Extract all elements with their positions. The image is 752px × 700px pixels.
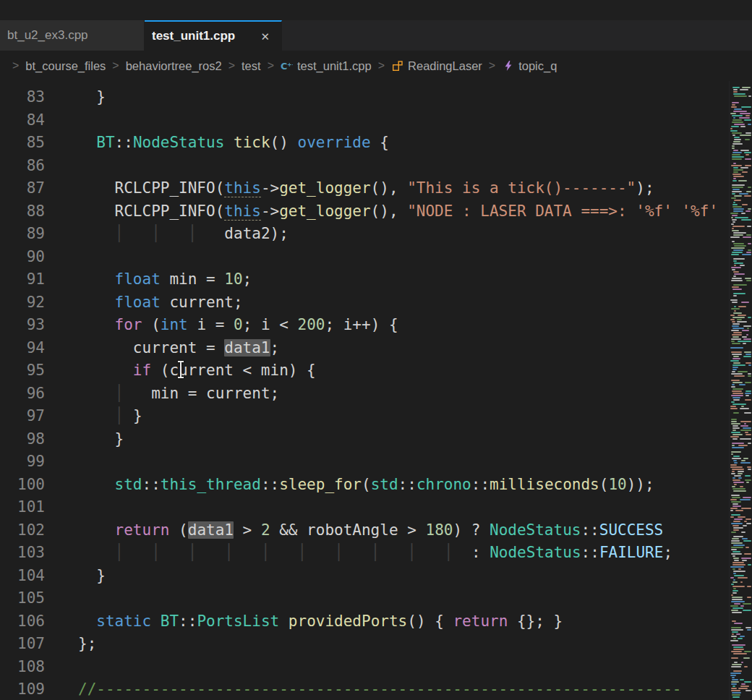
- line-number[interactable]: 103: [0, 542, 45, 565]
- breadcrumb-item-topic_q[interactable]: topic_q: [502, 59, 557, 73]
- minimap-line: [732, 586, 745, 587]
- line-number[interactable]: 96: [0, 383, 45, 406]
- code-line-97[interactable]: 97 │ }: [0, 405, 752, 428]
- line-number[interactable]: 93: [0, 314, 45, 337]
- editor[interactable]: 83 }8485 BT::NodeStatus tick() override …: [0, 81, 752, 700]
- line-number[interactable]: 90: [0, 246, 45, 269]
- minimap-line: [730, 566, 744, 568]
- code-line-83[interactable]: 83 }: [0, 86, 752, 109]
- token: ::: [179, 612, 197, 630]
- minimap-line: [734, 462, 738, 464]
- line-number[interactable]: 91: [0, 268, 45, 291]
- code-line-84[interactable]: 84: [0, 109, 752, 132]
- line-number[interactable]: 104: [0, 565, 45, 588]
- token: │: [188, 544, 197, 561]
- line-number[interactable]: 83: [0, 86, 45, 109]
- line-number[interactable]: 87: [0, 177, 45, 200]
- line-number[interactable]: 106: [0, 610, 45, 633]
- line-number[interactable]: 97: [0, 405, 45, 428]
- line-number[interactable]: 86: [0, 155, 45, 178]
- code-line-89[interactable]: 89 │ │ │ data2);: [0, 223, 752, 246]
- code-line-94[interactable]: 94 current = data1;: [0, 337, 752, 360]
- close-icon[interactable]: ✕: [260, 31, 270, 42]
- minimap-line: [732, 397, 740, 398]
- minimap-line: [732, 354, 741, 355]
- code-line-108[interactable]: 108: [0, 656, 752, 679]
- line-number[interactable]: 88: [0, 200, 45, 223]
- breadcrumb-item-ReadingLaser[interactable]: ReadingLaser: [391, 59, 482, 73]
- code-line-91[interactable]: 91 float min = 10;: [0, 268, 752, 291]
- breadcrumb-item-test_unit1-cpp[interactable]: C++test_unit1.cpp: [281, 59, 372, 73]
- code-line-104[interactable]: 104 }: [0, 565, 752, 588]
- minimap-line: [732, 193, 735, 195]
- line-number[interactable]: 89: [0, 223, 45, 246]
- minimap-line: [732, 252, 743, 253]
- code-line-87[interactable]: 87 RCLCPP_INFO(this->get_logger(), "This…: [0, 177, 752, 200]
- line-number[interactable]: 92: [0, 291, 45, 315]
- event-symbol-icon: [502, 60, 514, 72]
- tab-bt_u2_ex3-cpp[interactable]: bt_u2_ex3.cpp: [0, 20, 145, 51]
- token: {: [371, 134, 389, 151]
- minimap[interactable]: [729, 81, 752, 700]
- tab-test_unit1-cpp[interactable]: test_unit1.cpp✕: [145, 20, 282, 51]
- line-number[interactable]: 105: [0, 587, 45, 610]
- code-line-95[interactable]: 95 if (current < min) {: [0, 359, 752, 383]
- code-line-92[interactable]: 92 float current;: [0, 291, 752, 315]
- code-line-107[interactable]: 107};: [0, 633, 752, 656]
- line-number[interactable]: 85: [0, 132, 45, 155]
- code-line-85[interactable]: 85 BT::NodeStatus tick() override {: [0, 132, 752, 155]
- code-line-99[interactable]: 99: [0, 451, 752, 474]
- line-number[interactable]: 95: [0, 359, 45, 383]
- code-line-90[interactable]: 90: [0, 246, 752, 269]
- minimap-line: [731, 601, 745, 602]
- line-number[interactable]: 101: [0, 496, 45, 519]
- minimap-line: [731, 380, 739, 381]
- token: [78, 316, 115, 333]
- line-number[interactable]: 99: [0, 451, 45, 474]
- code-line-86[interactable]: 86: [0, 155, 752, 178]
- minimap-line: [746, 334, 749, 336]
- minimap-line: [743, 458, 748, 459]
- line-number[interactable]: 98: [0, 428, 45, 451]
- token: sleep_for: [279, 476, 362, 493]
- minimap-line: [748, 249, 751, 251]
- code-line-98[interactable]: 98 }: [0, 428, 752, 451]
- code-line-88[interactable]: 88 RCLCPP_INFO(this->get_logger(), "NODE…: [0, 200, 752, 223]
- token: (): [270, 134, 298, 151]
- line-number[interactable]: 102: [0, 519, 45, 542]
- minimap-line: [732, 367, 738, 368]
- code-line-103[interactable]: 103 │ │ │ │ │ │ │ │ │ │ : NodeStatus::FA…: [0, 542, 752, 565]
- token: (),: [371, 179, 408, 197]
- minimap-line: [731, 126, 739, 127]
- code-line-96[interactable]: 96 │ min = current;: [0, 383, 752, 406]
- code-line-106[interactable]: 106 static BT::PortsList providedPorts()…: [0, 610, 752, 633]
- breadcrumb-item-behaviortree_ros2[interactable]: behaviortree_ros2: [126, 59, 222, 73]
- breadcrumb-item-bt_course_files[interactable]: bt_course_files: [25, 59, 106, 73]
- minimap-line: [732, 633, 734, 635]
- code-line-101[interactable]: 101: [0, 496, 752, 519]
- minimap-line: [738, 473, 742, 474]
- minimap-line: [740, 486, 743, 487]
- code-line-105[interactable]: 105: [0, 587, 752, 610]
- minimap-line: [732, 289, 742, 290]
- minimap-line: [732, 447, 743, 448]
- minimap-line: [736, 633, 740, 635]
- code-line-102[interactable]: 102 return (data1 > 2 && robotAngle > 18…: [0, 519, 752, 542]
- line-number[interactable]: 84: [0, 109, 45, 132]
- minimap-line: [732, 486, 735, 487]
- minimap-line: [732, 323, 740, 325]
- code-line-109[interactable]: 109//-----------------------------------…: [0, 678, 752, 700]
- line-number[interactable]: 100: [0, 474, 45, 497]
- minimap-line: [745, 627, 751, 628]
- line-number[interactable]: 107: [0, 633, 45, 656]
- token: this: [224, 202, 261, 221]
- code-line-100[interactable]: 100 std::this_thread::sleep_for(std::chr…: [0, 474, 752, 497]
- line-number[interactable]: 94: [0, 337, 45, 360]
- minimap-line: [732, 427, 740, 429]
- minimap-line: [733, 117, 735, 119]
- minimap-line: [730, 640, 738, 641]
- code-line-93[interactable]: 93 for (int i = 0; i < 200; i++) {: [0, 314, 752, 337]
- breadcrumb-item-test[interactable]: test: [242, 59, 261, 73]
- line-number[interactable]: 109: [0, 678, 45, 700]
- line-number[interactable]: 108: [0, 656, 45, 679]
